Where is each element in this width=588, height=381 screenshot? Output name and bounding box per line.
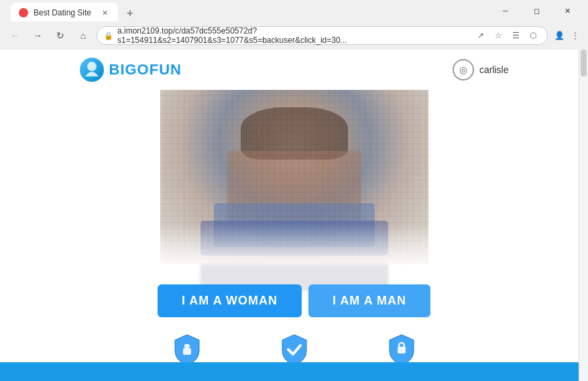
- home-button[interactable]: ⌂: [74, 26, 93, 45]
- scrollbar[interactable]: [579, 50, 588, 381]
- logo-area: BIGOFUN: [80, 58, 182, 82]
- toolbar-icons: 👤 ⋮: [552, 28, 583, 43]
- read-mode-icon[interactable]: ☰: [508, 28, 523, 43]
- username-text: carlisle: [479, 64, 509, 75]
- maximize-button[interactable]: ◻: [521, 0, 552, 21]
- address-bar[interactable]: 🔒 a.imon2109.top/c/da57dc555e50572d?s1=1…: [97, 26, 548, 45]
- i-am-a-man-button[interactable]: I AM A MAN: [308, 284, 430, 317]
- extensions-icon[interactable]: ⬡: [526, 28, 540, 43]
- logo-text: BIGOFUN: [109, 61, 182, 78]
- share-icon[interactable]: ↗: [473, 28, 488, 43]
- back-button[interactable]: ←: [5, 26, 24, 45]
- url-text: a.imon2109.top/c/da57dc555e50572d?s1=154…: [117, 26, 469, 45]
- title-bar: Best Dating Site ✕ + ─ ◻ ✕: [0, 0, 588, 21]
- svg-rect-1: [184, 344, 190, 348]
- svg-point-0: [87, 62, 97, 71]
- logo-fun: FUN: [150, 61, 182, 78]
- logo-icon: [80, 58, 104, 82]
- page-inner: BIGOFUN ◎ carlisle: [66, 50, 522, 381]
- bookmark-icon[interactable]: ☆: [491, 28, 506, 43]
- address-bar-actions: ↗ ☆ ☰ ⬡: [473, 28, 540, 43]
- image-fade: [160, 224, 428, 264]
- blurred-profile-image: [160, 90, 428, 264]
- svg-rect-2: [183, 348, 191, 355]
- profile-button[interactable]: 👤: [552, 28, 567, 43]
- main-image-container: [160, 90, 428, 291]
- browser-toolbar: ← → ↻ ⌂ 🔒 a.imon2109.top/c/da57dc555e505…: [0, 21, 588, 50]
- site-header: BIGOFUN ◎ carlisle: [66, 50, 522, 90]
- camera-icon: ◎: [453, 59, 474, 80]
- logo-bigo: BIGO: [109, 61, 150, 78]
- user-info: ◎ carlisle: [453, 59, 509, 80]
- tab-close-button[interactable]: ✕: [99, 7, 110, 18]
- security-lock-icon: 🔒: [104, 32, 113, 40]
- close-button[interactable]: ✕: [552, 0, 583, 21]
- refresh-button[interactable]: ↻: [51, 26, 70, 45]
- browser-tab[interactable]: Best Dating Site ✕: [11, 3, 118, 23]
- new-tab-button[interactable]: +: [121, 4, 139, 23]
- tab-title: Best Dating Site: [34, 8, 91, 17]
- browser-window: Best Dating Site ✕ + ─ ◻ ✕ ← → ↻: [0, 0, 588, 381]
- forward-button[interactable]: →: [28, 26, 47, 45]
- bottom-cta-bar: [0, 362, 588, 381]
- settings-button[interactable]: ⋮: [568, 28, 583, 43]
- page-content: BIGOFUN ◎ carlisle: [0, 50, 588, 381]
- gender-buttons-row: I AM A WOMAN I AM A MAN: [66, 284, 522, 317]
- i-am-a-woman-button[interactable]: I AM A WOMAN: [158, 284, 302, 317]
- minimize-button[interactable]: ─: [490, 0, 521, 21]
- scrollbar-thumb[interactable]: [581, 50, 587, 76]
- tab-favicon: [19, 8, 28, 17]
- window-controls: ─ ◻ ✕: [490, 0, 583, 21]
